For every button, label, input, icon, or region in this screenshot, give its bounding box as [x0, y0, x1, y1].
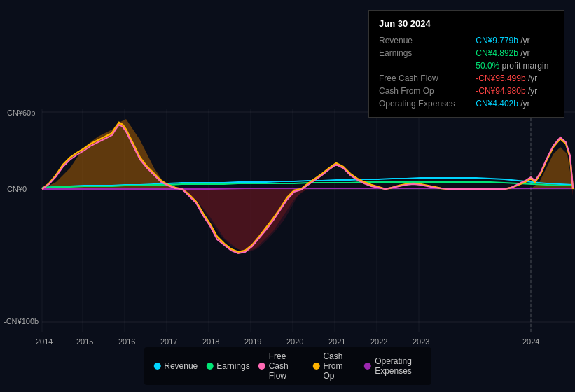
svg-text:-CN¥100b: -CN¥100b	[4, 317, 39, 326]
legend-revenue[interactable]: Revenue	[153, 361, 198, 371]
legend-earnings[interactable]: Earnings	[206, 361, 249, 371]
tooltip-opex-row: Operating Expenses CN¥4.402b /yr	[379, 97, 554, 110]
tooltip-revenue-row: Revenue CN¥9.779b /yr	[379, 34, 554, 47]
svg-text:2015: 2015	[76, 337, 93, 346]
tooltip-fcf-row: Free Cash Flow -CN¥95.499b /yr	[379, 72, 554, 85]
earnings-label: Earnings	[216, 361, 249, 371]
svg-text:2024: 2024	[522, 337, 539, 346]
revenue-dot	[153, 363, 160, 370]
svg-text:2017: 2017	[160, 337, 177, 346]
tooltip-fcf-label: Free Cash Flow	[379, 72, 476, 85]
legend-fcf[interactable]: Free Cash Flow	[258, 351, 305, 381]
tooltip-opex-value: CN¥4.402b /yr	[476, 97, 554, 110]
cfo-label: Cash From Op	[323, 351, 356, 381]
fcf-dot	[258, 363, 265, 370]
svg-text:2023: 2023	[413, 337, 429, 346]
tooltip-profit-value: 50.0% profit margin	[476, 59, 554, 72]
svg-text:2019: 2019	[244, 337, 261, 346]
opex-dot	[364, 363, 371, 370]
data-tooltip: Jun 30 2024 Revenue CN¥9.779b /yr Earnin…	[368, 10, 564, 118]
tooltip-profit-row: 50.0% profit margin	[379, 59, 554, 72]
tooltip-opex-label: Operating Expenses	[379, 97, 476, 110]
svg-rect-15	[0, 189, 575, 357]
svg-text:2020: 2020	[286, 337, 303, 346]
svg-text:CN¥60b: CN¥60b	[7, 108, 35, 117]
svg-text:2016: 2016	[118, 337, 135, 346]
tooltip-profit-label	[379, 59, 476, 72]
tooltip-earnings-label: Earnings	[379, 47, 476, 59]
chart-legend: Revenue Earnings Free Cash Flow Cash Fro…	[144, 347, 431, 385]
svg-text:2018: 2018	[202, 337, 219, 346]
fcf-label: Free Cash Flow	[269, 351, 305, 381]
svg-text:2021: 2021	[328, 337, 345, 346]
cfo-dot	[312, 363, 319, 370]
profit-text: profit margin	[502, 61, 549, 71]
profit-pct: 50.0%	[476, 61, 499, 71]
tooltip-date: Jun 30 2024	[379, 18, 554, 29]
opex-label: Operating Expenses	[375, 356, 422, 376]
tooltip-revenue-value: CN¥9.779b /yr	[476, 34, 554, 47]
legend-cfo[interactable]: Cash From Op	[312, 351, 356, 381]
legend-opex[interactable]: Operating Expenses	[364, 356, 422, 376]
svg-text:2014: 2014	[36, 337, 53, 346]
tooltip-earnings-row: Earnings CN¥4.892b /yr	[379, 47, 554, 59]
svg-text:2022: 2022	[370, 337, 387, 346]
tooltip-fcf-value: -CN¥95.499b /yr	[476, 72, 554, 85]
tooltip-cfo-label: Cash From Op	[379, 85, 476, 97]
tooltip-table: Revenue CN¥9.779b /yr Earnings CN¥4.892b…	[379, 34, 554, 110]
revenue-label: Revenue	[164, 361, 198, 371]
earnings-dot	[206, 363, 213, 370]
svg-text:CN¥0: CN¥0	[7, 185, 27, 193]
tooltip-cfo-row: Cash From Op -CN¥94.980b /yr	[379, 85, 554, 97]
tooltip-revenue-label: Revenue	[379, 34, 476, 47]
tooltip-earnings-value: CN¥4.892b /yr	[476, 47, 554, 59]
tooltip-cfo-value: -CN¥94.980b /yr	[476, 85, 554, 97]
